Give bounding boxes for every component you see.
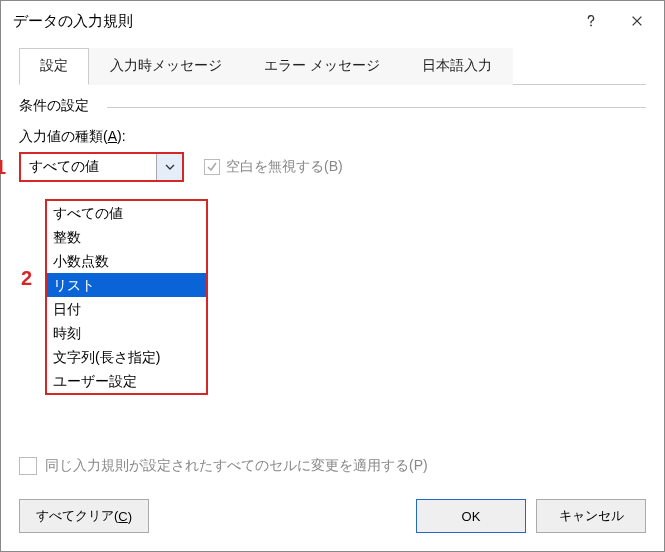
allow-option-list[interactable]: リスト (47, 273, 206, 297)
tab-ime[interactable]: 日本語入力 (401, 48, 513, 85)
allow-dropdown-button[interactable] (156, 154, 182, 180)
tab-settings[interactable]: 設定 (19, 48, 89, 85)
ignore-blank-checkbox[interactable]: 空白を無視する(B) (204, 158, 343, 176)
dialog-title: データの入力規則 (13, 12, 568, 31)
data-validation-dialog: データの入力規則 設定 入力時メッセージ エラー メッセージ 日本語入力 条件の… (0, 0, 665, 552)
ignore-blank-label: 空白を無視する(B) (226, 158, 343, 176)
allow-option-textlen[interactable]: 文字列(長さ指定) (47, 345, 206, 369)
allow-option-date[interactable]: 日付 (47, 297, 206, 321)
allow-option-all[interactable]: すべての値 (47, 201, 206, 225)
allow-selected-value: すべての値 (21, 154, 156, 180)
tab-bar: 設定 入力時メッセージ エラー メッセージ 日本語入力 (19, 47, 646, 85)
clear-all-button[interactable]: すべてクリア(C) (19, 499, 149, 533)
help-button[interactable] (568, 1, 614, 41)
check-icon (206, 161, 218, 173)
close-icon (630, 14, 644, 28)
tab-input-message[interactable]: 入力時メッセージ (89, 48, 243, 85)
titlebar: データの入力規則 (1, 1, 664, 41)
allow-field-area: 入力値の種類(A): 1 すべての値 空白を無視する(B) (19, 108, 646, 182)
ok-button[interactable]: OK (416, 499, 526, 533)
close-button[interactable] (614, 1, 660, 41)
svg-point-0 (590, 25, 592, 27)
allow-combobox[interactable]: すべての値 (19, 152, 184, 182)
allow-label: 入力値の種類(A): (19, 128, 646, 146)
tab-error-message[interactable]: エラー メッセージ (243, 48, 401, 85)
annotation-2: 2 (21, 267, 32, 290)
criteria-group-label: 条件の設定 (19, 97, 97, 115)
criteria-group: 条件の設定 入力値の種類(A): 1 すべての値 (19, 107, 646, 182)
allow-option-custom[interactable]: ユーザー設定 (47, 369, 206, 393)
allow-dropdown-list: すべての値 整数 小数点数 リスト 日付 時刻 文字列(長さ指定) ユーザー設定 (45, 199, 208, 395)
chevron-down-icon (165, 162, 175, 172)
dialog-buttons: すべてクリア(C) OK キャンセル (19, 499, 646, 533)
checkbox-box (19, 457, 37, 475)
allow-option-time[interactable]: 時刻 (47, 321, 206, 345)
annotation-1: 1 (0, 156, 6, 179)
allow-option-decimal[interactable]: 小数点数 (47, 249, 206, 273)
cancel-button[interactable]: キャンセル (536, 499, 646, 533)
dialog-body: 設定 入力時メッセージ エラー メッセージ 日本語入力 条件の設定 入力値の種類… (1, 47, 664, 200)
help-icon (584, 14, 598, 28)
apply-same-label: 同じ入力規則が設定されたすべてのセルに変更を適用する(P) (45, 457, 428, 475)
checkbox-box (204, 159, 220, 175)
apply-same-checkbox[interactable]: 同じ入力規則が設定されたすべてのセルに変更を適用する(P) (19, 457, 428, 475)
allow-option-whole[interactable]: 整数 (47, 225, 206, 249)
